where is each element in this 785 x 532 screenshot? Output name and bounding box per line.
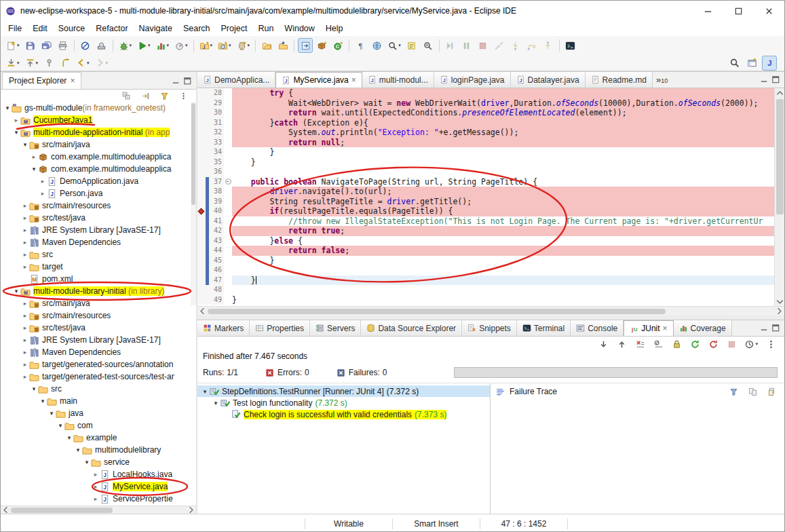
dropdown-caret-icon[interactable]: ▾ xyxy=(755,341,758,347)
expand-arrow-icon[interactable]: ▸ xyxy=(21,227,29,233)
tree-item[interactable]: ▾com xyxy=(1,419,196,432)
dropdown-caret-icon[interactable]: ▾ xyxy=(106,60,109,66)
test-result-row[interactable]: ▾Test login functionality(7.372 s) xyxy=(197,397,490,408)
maximize-button[interactable] xyxy=(723,1,754,21)
maximize-panel-icon[interactable] xyxy=(771,323,781,333)
expand-arrow-icon[interactable]: ▸ xyxy=(21,202,29,209)
collapse-arrow-icon[interactable]: ▾ xyxy=(201,388,209,395)
editor-margin[interactable] xyxy=(197,108,206,118)
collapse-arrow-icon[interactable]: ▾ xyxy=(83,459,91,466)
scrollbar-thumb[interactable] xyxy=(11,508,113,513)
panel-tab-data-source-explorer[interactable]: Data Source Explorer xyxy=(361,320,462,336)
menu-project[interactable]: Project xyxy=(216,22,253,35)
open-folder-button[interactable] xyxy=(259,38,274,53)
expand-arrow-icon[interactable]: ▸ xyxy=(30,153,38,160)
code-line[interactable]: 34 } xyxy=(197,147,774,157)
show-whitespace-button[interactable]: ¶ xyxy=(353,38,368,53)
tree-item[interactable]: ▾gs-multi-module (in framework_onetest) xyxy=(1,102,196,114)
tree-item[interactable]: ▸target/generated-sources/annotation xyxy=(1,358,196,370)
failures-only-button[interactable] xyxy=(632,337,647,352)
editor-margin[interactable] xyxy=(197,167,206,177)
editor-tab-demoapplica-[interactable]: JDemoApplica... xyxy=(197,72,275,88)
collapse-arrow-icon[interactable]: ▾ xyxy=(12,129,20,136)
expand-arrow-icon[interactable]: ▸ xyxy=(21,300,29,307)
code-line[interactable]: 36 xyxy=(197,167,774,177)
build-all-button[interactable] xyxy=(94,38,109,53)
project-explorer-tab[interactable]: Project Explorer xyxy=(2,72,81,89)
minimize-panel-icon[interactable] xyxy=(759,323,769,333)
dropdown-caret-icon[interactable]: ▾ xyxy=(167,43,170,48)
code-line[interactable]: 30 return wait.until(ExpectedConditions.… xyxy=(197,108,774,118)
filter-stack-trace-button[interactable] xyxy=(726,385,741,398)
pin-editor-button[interactable] xyxy=(41,56,56,71)
skipped-only-button[interactable] xyxy=(651,337,666,352)
mark-occurrences-button[interactable] xyxy=(404,38,419,53)
menu-help[interactable]: Help xyxy=(320,22,349,35)
code-line[interactable]: 37− public boolean NavigateToPage(String… xyxy=(197,177,774,187)
tree-item[interactable]: ▸src xyxy=(1,248,196,261)
back-button[interactable]: ▾ xyxy=(74,56,92,71)
tree-item[interactable]: ▾Mmulti-module-application-initial (in a… xyxy=(1,126,196,138)
expand-arrow-icon[interactable]: ▸ xyxy=(12,117,20,124)
maximize-view-icon[interactable] xyxy=(183,76,193,86)
code-line[interactable]: 39 String resultPageTitle = driver.getTi… xyxy=(197,197,774,207)
code-line[interactable]: 43 }else { xyxy=(197,236,774,246)
panel-tab-coverage[interactable]: Coverage xyxy=(674,320,732,336)
close-tab-icon[interactable] xyxy=(351,75,356,85)
menu-source[interactable]: Source xyxy=(53,22,91,35)
scroll-down-icon[interactable] xyxy=(775,297,784,306)
editor-margin[interactable] xyxy=(197,138,206,148)
java-perspective-button[interactable]: J xyxy=(762,56,777,71)
history-button[interactable]: ▾ xyxy=(742,337,760,352)
code-line[interactable]: 32 System.out.println("Exception: "+e.ge… xyxy=(197,128,774,138)
code-line[interactable]: 49} xyxy=(197,295,774,305)
dropdown-caret-icon[interactable]: ▾ xyxy=(398,43,401,48)
collapse-arrow-icon[interactable]: ▾ xyxy=(56,422,64,429)
collapse-arrow-icon[interactable]: ▾ xyxy=(65,434,73,441)
menu-navigate[interactable]: Navigate xyxy=(134,22,178,35)
debug-button[interactable]: ▾ xyxy=(117,38,134,53)
new-wizard-button[interactable]: ▾ xyxy=(4,38,22,53)
link-with-editor-button[interactable] xyxy=(139,90,152,101)
tree-item[interactable]: ▾src xyxy=(1,383,196,395)
expand-arrow-icon[interactable]: ▸ xyxy=(92,483,100,490)
last-edit-location-button[interactable] xyxy=(58,56,73,71)
expand-arrow-icon[interactable]: ▸ xyxy=(21,251,29,258)
editor-tab-readme-md[interactable]: Readme.md xyxy=(586,72,653,88)
editor-vertical-scrollbar[interactable] xyxy=(774,88,784,306)
tree-item[interactable]: ▸Maven Dependencies xyxy=(1,236,196,248)
panel-tab-junit[interactable]: jUJUnit xyxy=(624,320,673,336)
collapse-arrow-icon[interactable]: ▾ xyxy=(74,446,82,453)
new-java-project-button[interactable]: J▾ xyxy=(197,38,215,53)
open-terminal-button[interactable] xyxy=(563,38,578,53)
editor-margin[interactable] xyxy=(197,98,206,109)
editor-margin[interactable] xyxy=(197,157,206,168)
previous-annotation-button[interactable]: ▾ xyxy=(23,56,41,71)
dropdown-caret-icon[interactable]: ▾ xyxy=(210,43,213,48)
collapse-arrow-icon[interactable]: ▾ xyxy=(30,166,38,172)
expand-arrow-icon[interactable]: ▸ xyxy=(21,239,29,246)
panel-tab-markers[interactable]: Markers xyxy=(197,320,250,336)
panel-tab-snippets[interactable]: Snippets xyxy=(462,320,517,336)
tree-item[interactable]: ▸JPerson.java xyxy=(1,187,196,200)
tree-item[interactable]: ▸JRE System Library [JavaSE-17] xyxy=(1,224,196,236)
java-editor[interactable]: 28 try {29 Wait<WebDriver> wait = new We… xyxy=(197,88,784,306)
tree-item[interactable]: ▾Mmulti-module-library-initial (in libra… xyxy=(1,285,196,297)
explorer-horizontal-scrollbar[interactable] xyxy=(1,506,196,514)
dropdown-caret-icon[interactable]: ▾ xyxy=(248,43,250,48)
code-line[interactable]: 48 xyxy=(197,285,774,295)
minimize-view-icon[interactable] xyxy=(171,76,181,86)
menu-search[interactable]: Search xyxy=(178,22,216,35)
test-result-row[interactable]: ▾StepDefinitions.TestRunner [Runner: JUn… xyxy=(197,385,490,397)
tree-item[interactable]: ▾src/main/java xyxy=(1,138,196,151)
breakpoint-icon[interactable] xyxy=(198,208,205,215)
minimize-editor-icon[interactable] xyxy=(759,75,769,85)
editor-tab-myservice-java[interactable]: JMyService.java xyxy=(275,72,362,88)
scroll-left-icon[interactable] xyxy=(1,505,11,515)
dropdown-caret-icon[interactable]: ▾ xyxy=(87,60,90,66)
editor-margin[interactable] xyxy=(197,276,206,286)
tree-item[interactable]: ▸JDemoApplication.java xyxy=(1,175,196,187)
tree-item[interactable]: ▸JMyService.java xyxy=(1,480,196,493)
scroll-left-icon[interactable] xyxy=(197,306,208,316)
code-line[interactable]: 41 //throw new IllegalStateException("Th… xyxy=(197,216,774,227)
